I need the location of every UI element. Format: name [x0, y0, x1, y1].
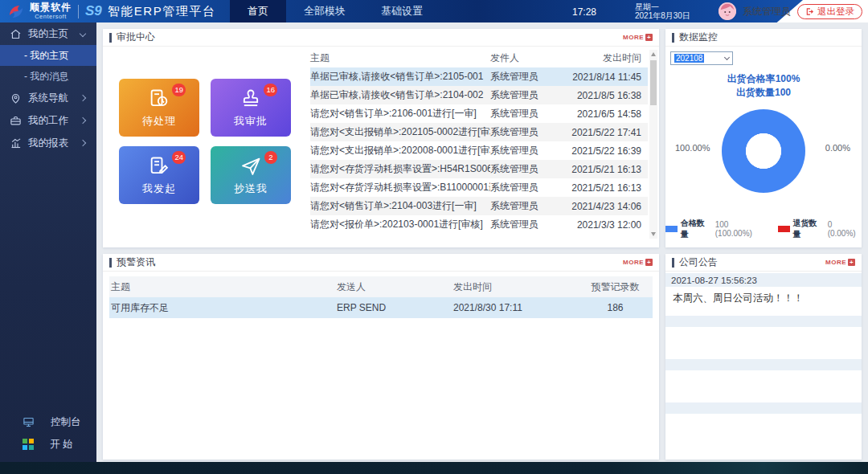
panel-title: 公司公告	[672, 255, 718, 269]
scroll-down-icon[interactable]	[651, 232, 656, 236]
scroll-thumb[interactable]	[650, 60, 657, 105]
paper-plane-icon	[240, 155, 262, 178]
scroll-up-icon[interactable]	[651, 52, 656, 56]
row-time: 2021/5/21 16:13	[564, 178, 648, 197]
tile-pending[interactable]: 待处理 19	[119, 79, 199, 137]
clock: 17:28	[572, 6, 596, 18]
row-sender: 系统管理员	[490, 67, 564, 86]
sidebar-console-button[interactable]: 控制台	[0, 411, 96, 433]
announcement-date	[665, 402, 862, 414]
nav-tab-all-modules[interactable]: 全部模块	[286, 0, 363, 22]
panel-title: 审批中心	[109, 31, 155, 44]
approval-row[interactable]: 请您对<支出报销单>:202105-0002进行[审核] 系统管理员 2021/…	[310, 123, 648, 141]
tile-initiated-by-me[interactable]: 我发起 24	[119, 146, 199, 204]
tile-cc-to-me[interactable]: 抄送我 2	[211, 146, 291, 204]
row-alert-count: 186	[576, 297, 653, 318]
row-time: 2021/4/23 14:06	[564, 197, 648, 215]
approval-center-panel: 审批中心 MORE + 待处理 19 我审批	[103, 29, 659, 247]
plus-icon: +	[645, 34, 653, 41]
period-select[interactable]: 202108	[670, 51, 733, 65]
avatar[interactable]	[719, 2, 736, 20]
sidebar-start-button[interactable]: 开 始	[0, 433, 96, 456]
row-time: 2021/5/21 16:13	[564, 160, 648, 178]
company-name-en: Centersoft	[30, 14, 72, 20]
announcement-entry[interactable]	[665, 402, 862, 459]
approval-table: 主题 发件人 发出时间 单据已审核,请接收<销售订单>:2105-001 系统管…	[307, 47, 659, 247]
approval-row[interactable]: 请您对<存货浮动耗损率设置>:B11000001进行[审核] 系统管理员 202…	[310, 178, 648, 197]
announcement-entry[interactable]	[665, 316, 862, 359]
approval-row[interactable]: 单据已审核,请接收<销售订单>:2104-002 系统管理员 2021/8/5 …	[310, 86, 648, 104]
column-sender: 发件人	[490, 48, 564, 67]
tile-label: 我审批	[234, 114, 268, 129]
s9-logo: S9	[85, 3, 102, 19]
panel-title: 数据监控	[672, 31, 718, 44]
row-subject: 可用库存不足	[109, 297, 335, 318]
row-subject: 请您对<支出报销单>:202008-0001进行[审核]	[310, 141, 490, 160]
alerts-table-body: 可用库存不足 ERP SEND 2021/8/30 17:11 186	[109, 297, 653, 318]
row-time: 2021/6/5 14:58	[564, 104, 648, 123]
table-scrollbar[interactable]	[649, 50, 657, 239]
chevron-down-icon	[80, 31, 86, 37]
current-user: 系统管理员	[743, 5, 791, 18]
sidebar-item-my-reports[interactable]: 我的报表	[0, 132, 96, 154]
donut-ring	[722, 109, 805, 193]
sidebar-subitem-my-home[interactable]: 我的主页	[0, 45, 96, 66]
alert-row[interactable]: 可用库存不足 ERP SEND 2021/8/30 17:11 186	[109, 297, 653, 318]
nav-tab-home[interactable]: 首页	[230, 0, 286, 22]
column-sender: 发送人	[335, 276, 452, 297]
approval-row[interactable]: 请您对<支出报销单>:202008-0001进行[审核] 系统管理员 2021/…	[310, 141, 648, 160]
approval-row[interactable]: 请您对<销售订单>:2106-001进行[一审] 系统管理员 2021/6/5 …	[310, 104, 648, 123]
tile-badge: 16	[264, 84, 277, 96]
row-sender: 系统管理员	[490, 104, 564, 123]
legend-item: 合格数量 100 (100.00%)	[665, 218, 767, 240]
approval-row[interactable]: 请您对<存货浮动耗损率设置>:H54R1S006002进行[审核] 系统管理员 …	[310, 160, 648, 178]
nav-tab-basic-settings[interactable]: 基础设置	[363, 0, 440, 22]
row-subject: 单据已审核,请接收<销售订单>:2105-001	[310, 67, 490, 86]
sidebar-item-label: 我的主页	[28, 27, 68, 41]
tile-badge: 24	[172, 151, 186, 164]
announcement-entry[interactable]	[665, 359, 862, 402]
sidebar-item-label: 系统导航	[28, 92, 68, 105]
chevron-right-icon	[80, 140, 86, 146]
sidebar-item-system-nav[interactable]: 系统导航	[0, 87, 96, 109]
approval-row[interactable]: 单据已审核,请接收<销售订单>:2105-001 系统管理员 2021/8/14…	[310, 67, 648, 86]
more-button[interactable]: MORE +	[623, 259, 653, 266]
sidebar-item-my-home[interactable]: 我的主页	[0, 22, 96, 45]
plus-icon: +	[645, 259, 653, 266]
more-button[interactable]: MORE +	[825, 259, 855, 266]
date-block: 星期一 2021年8月30日	[635, 2, 690, 20]
row-subject: 单据已审核,请接收<销售订单>:2104-002	[310, 86, 490, 104]
tile-label: 待处理	[142, 114, 176, 129]
top-header: 顺景软件 Centersoft S9 智能ERP管理平台 首页 全部模块 基础设…	[0, 0, 868, 22]
period-value: 202108	[674, 54, 704, 63]
logout-label: 退出登录	[817, 6, 854, 18]
tile-my-approvals[interactable]: 我审批 16	[211, 79, 291, 137]
approval-tiles: 待处理 19 我审批 16 我发起 24	[103, 47, 307, 247]
column-time: 发出时间	[564, 48, 648, 67]
row-subject: 请您对<销售订单>:2106-001进行[一审]	[310, 104, 490, 123]
column-time: 发出时间	[452, 276, 576, 297]
donut-chart: 100.00% 0.00%	[665, 108, 862, 201]
avatar-image	[719, 2, 736, 20]
company-logo-icon	[6, 2, 26, 21]
date: 2021年8月30日	[635, 11, 690, 20]
alerts-panel-header: 预警资讯 MORE +	[103, 254, 659, 272]
tile-label: 我发起	[142, 182, 176, 196]
row-sender: 系统管理员	[490, 141, 564, 160]
column-alert-count: 预警记录数	[576, 276, 653, 297]
approval-row[interactable]: 请您对<销售订单>:2104-003进行[一审] 系统管理员 2021/4/23…	[310, 197, 648, 215]
approval-row[interactable]: 请您对<报价单>:202103-0001进行[审核] 系统管理员 2021/3/…	[310, 215, 648, 234]
more-button[interactable]: MORE +	[623, 34, 653, 41]
sidebar-item-my-work[interactable]: 我的工作	[0, 109, 96, 132]
announcement-content	[665, 414, 862, 459]
announcements-panel: 公司公告 MORE + 2021-08-27 15:56:23 本周六、周日公司…	[665, 254, 862, 460]
announcement-content	[665, 370, 862, 402]
announcement-date: 2021-08-27 15:56:23	[665, 273, 862, 287]
announcement-entry[interactable]: 2021-08-27 15:56:23 本周六、周日公司活动！！！	[665, 273, 862, 316]
row-time: 2021/5/22 17:41	[564, 123, 648, 141]
sidebar-subitem-my-messages[interactable]: 我的消息	[0, 66, 96, 87]
chevron-right-icon	[80, 117, 86, 124]
logout-button[interactable]: 退出登录	[797, 4, 862, 19]
row-time: 2021/5/22 16:39	[564, 141, 648, 160]
announcement-date	[665, 359, 862, 370]
